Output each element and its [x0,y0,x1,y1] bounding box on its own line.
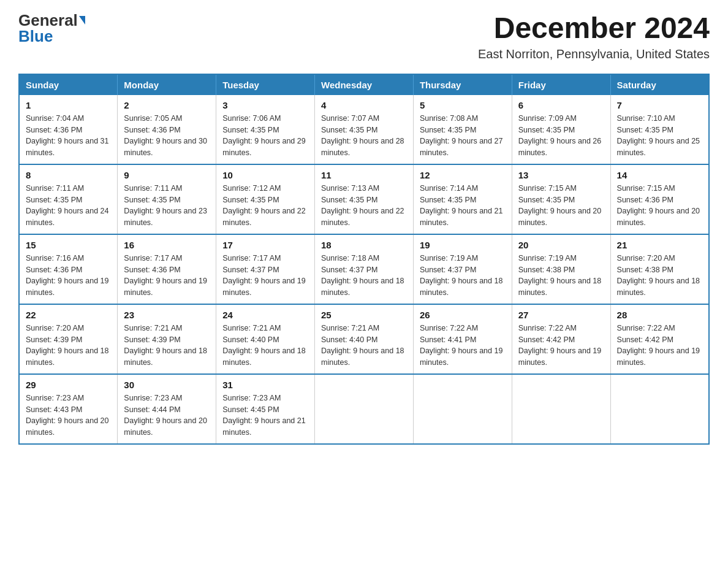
calendar-week-row: 22Sunrise: 7:20 AMSunset: 4:39 PMDayligh… [19,304,709,374]
calendar-day-cell: 3Sunrise: 7:06 AMSunset: 4:35 PMDaylight… [216,95,315,164]
day-number: 7 [617,100,702,110]
day-number: 13 [518,170,604,180]
day-info: Sunrise: 7:21 AMSunset: 4:40 PMDaylight:… [222,323,308,369]
day-number: 12 [420,170,506,180]
day-info: Sunrise: 7:04 AMSunset: 4:36 PMDaylight:… [26,113,111,159]
calendar-day-cell: 25Sunrise: 7:21 AMSunset: 4:40 PMDayligh… [315,304,414,374]
day-number: 15 [26,240,111,250]
day-info: Sunrise: 7:09 AMSunset: 4:35 PMDaylight:… [518,113,604,159]
day-info: Sunrise: 7:05 AMSunset: 4:36 PMDaylight:… [124,113,210,159]
calendar-day-cell: 28Sunrise: 7:22 AMSunset: 4:42 PMDayligh… [610,304,709,374]
logo: General Blue [18,12,85,44]
calendar-day-cell: 23Sunrise: 7:21 AMSunset: 4:39 PMDayligh… [118,304,216,374]
calendar-day-cell: 22Sunrise: 7:20 AMSunset: 4:39 PMDayligh… [19,304,118,374]
calendar-week-row: 15Sunrise: 7:16 AMSunset: 4:36 PMDayligh… [19,234,709,304]
logo-triangle-icon [79,16,85,25]
calendar-day-cell: 6Sunrise: 7:09 AMSunset: 4:35 PMDaylight… [512,95,610,164]
day-number: 5 [420,100,506,110]
day-info: Sunrise: 7:22 AMSunset: 4:42 PMDaylight:… [617,323,702,369]
day-info: Sunrise: 7:20 AMSunset: 4:38 PMDaylight:… [617,253,702,299]
calendar-day-cell: 29Sunrise: 7:23 AMSunset: 4:43 PMDayligh… [19,374,118,444]
calendar-day-cell: 21Sunrise: 7:20 AMSunset: 4:38 PMDayligh… [610,234,709,304]
calendar-week-row: 8Sunrise: 7:11 AMSunset: 4:35 PMDaylight… [19,164,709,234]
day-number: 18 [321,240,407,250]
calendar-day-cell [315,374,414,444]
weekday-header-monday: Monday [118,74,216,95]
day-number: 17 [222,240,308,250]
calendar-day-cell: 18Sunrise: 7:18 AMSunset: 4:37 PMDayligh… [315,234,414,304]
month-title: December 2024 [478,12,710,45]
day-number: 28 [617,310,702,320]
calendar-day-cell: 14Sunrise: 7:15 AMSunset: 4:36 PMDayligh… [610,164,709,234]
day-number: 19 [420,240,506,250]
day-number: 29 [26,380,111,390]
day-info: Sunrise: 7:11 AMSunset: 4:35 PMDaylight:… [124,183,210,229]
day-number: 27 [518,310,604,320]
day-info: Sunrise: 7:16 AMSunset: 4:36 PMDaylight:… [26,253,111,299]
day-info: Sunrise: 7:10 AMSunset: 4:35 PMDaylight:… [617,113,702,159]
day-number: 3 [222,100,308,110]
day-info: Sunrise: 7:21 AMSunset: 4:39 PMDaylight:… [124,323,210,369]
day-info: Sunrise: 7:06 AMSunset: 4:35 PMDaylight:… [222,113,308,159]
weekday-header-thursday: Thursday [413,74,512,95]
day-number: 6 [518,100,604,110]
day-number: 24 [222,310,308,320]
day-number: 23 [124,310,210,320]
day-number: 4 [321,100,407,110]
weekday-header-wednesday: Wednesday [315,74,414,95]
day-number: 20 [518,240,604,250]
calendar-day-cell: 5Sunrise: 7:08 AMSunset: 4:35 PMDaylight… [413,95,512,164]
day-info: Sunrise: 7:07 AMSunset: 4:35 PMDaylight:… [321,113,407,159]
day-number: 26 [420,310,506,320]
calendar-day-cell: 24Sunrise: 7:21 AMSunset: 4:40 PMDayligh… [216,304,315,374]
calendar-day-cell: 17Sunrise: 7:17 AMSunset: 4:37 PMDayligh… [216,234,315,304]
day-number: 14 [617,170,702,180]
day-info: Sunrise: 7:12 AMSunset: 4:35 PMDaylight:… [222,183,308,229]
day-info: Sunrise: 7:23 AMSunset: 4:43 PMDaylight:… [26,393,111,439]
calendar-day-cell: 30Sunrise: 7:23 AMSunset: 4:44 PMDayligh… [118,374,216,444]
day-number: 22 [26,310,111,320]
day-number: 30 [124,380,210,390]
day-number: 9 [124,170,210,180]
calendar-day-cell: 19Sunrise: 7:19 AMSunset: 4:37 PMDayligh… [413,234,512,304]
day-number: 25 [321,310,407,320]
weekday-header-row: SundayMondayTuesdayWednesdayThursdayFrid… [19,74,709,95]
calendar-day-cell: 26Sunrise: 7:22 AMSunset: 4:41 PMDayligh… [413,304,512,374]
calendar-day-cell: 10Sunrise: 7:12 AMSunset: 4:35 PMDayligh… [216,164,315,234]
day-info: Sunrise: 7:22 AMSunset: 4:41 PMDaylight:… [420,323,506,369]
weekday-header-saturday: Saturday [610,74,709,95]
location-title: East Norriton, Pennsylvania, United Stat… [478,47,710,61]
day-info: Sunrise: 7:17 AMSunset: 4:37 PMDaylight:… [222,253,308,299]
day-info: Sunrise: 7:08 AMSunset: 4:35 PMDaylight:… [420,113,506,159]
calendar-day-cell: 12Sunrise: 7:14 AMSunset: 4:35 PMDayligh… [413,164,512,234]
calendar-day-cell [413,374,512,444]
day-info: Sunrise: 7:15 AMSunset: 4:35 PMDaylight:… [518,183,604,229]
day-info: Sunrise: 7:18 AMSunset: 4:37 PMDaylight:… [321,253,407,299]
page-header: General Blue December 2024 East Norriton… [18,12,710,61]
day-number: 1 [26,100,111,110]
day-info: Sunrise: 7:22 AMSunset: 4:42 PMDaylight:… [518,323,604,369]
day-info: Sunrise: 7:21 AMSunset: 4:40 PMDaylight:… [321,323,407,369]
calendar-day-cell: 8Sunrise: 7:11 AMSunset: 4:35 PMDaylight… [19,164,118,234]
calendar-day-cell: 1Sunrise: 7:04 AMSunset: 4:36 PMDaylight… [19,95,118,164]
day-info: Sunrise: 7:17 AMSunset: 4:36 PMDaylight:… [124,253,210,299]
calendar-day-cell [512,374,610,444]
day-number: 11 [321,170,407,180]
calendar-table: SundayMondayTuesdayWednesdayThursdayFrid… [18,74,710,445]
calendar-day-cell: 31Sunrise: 7:23 AMSunset: 4:45 PMDayligh… [216,374,315,444]
day-info: Sunrise: 7:11 AMSunset: 4:35 PMDaylight:… [26,183,111,229]
calendar-day-cell: 15Sunrise: 7:16 AMSunset: 4:36 PMDayligh… [19,234,118,304]
day-number: 10 [222,170,308,180]
day-number: 31 [222,380,308,390]
day-info: Sunrise: 7:19 AMSunset: 4:37 PMDaylight:… [420,253,506,299]
calendar-day-cell: 27Sunrise: 7:22 AMSunset: 4:42 PMDayligh… [512,304,610,374]
day-info: Sunrise: 7:23 AMSunset: 4:44 PMDaylight:… [124,393,210,439]
day-info: Sunrise: 7:15 AMSunset: 4:36 PMDaylight:… [617,183,702,229]
day-number: 2 [124,100,210,110]
calendar-day-cell: 7Sunrise: 7:10 AMSunset: 4:35 PMDaylight… [610,95,709,164]
calendar-week-row: 1Sunrise: 7:04 AMSunset: 4:36 PMDaylight… [19,95,709,164]
calendar-day-cell [610,374,709,444]
logo-general-text: General [18,12,78,28]
day-info: Sunrise: 7:20 AMSunset: 4:39 PMDaylight:… [26,323,111,369]
day-info: Sunrise: 7:14 AMSunset: 4:35 PMDaylight:… [420,183,506,229]
